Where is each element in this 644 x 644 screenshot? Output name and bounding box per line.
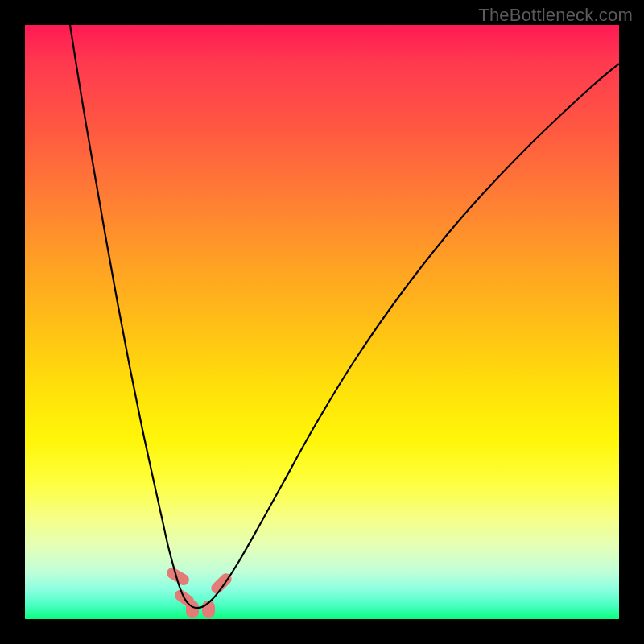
curve-svg bbox=[25, 25, 619, 619]
bottleneck-curve bbox=[70, 25, 619, 608]
chart-frame: TheBottleneck.com bbox=[0, 0, 644, 644]
watermark-text: TheBottleneck.com bbox=[478, 5, 633, 26]
plot-area bbox=[25, 25, 619, 619]
